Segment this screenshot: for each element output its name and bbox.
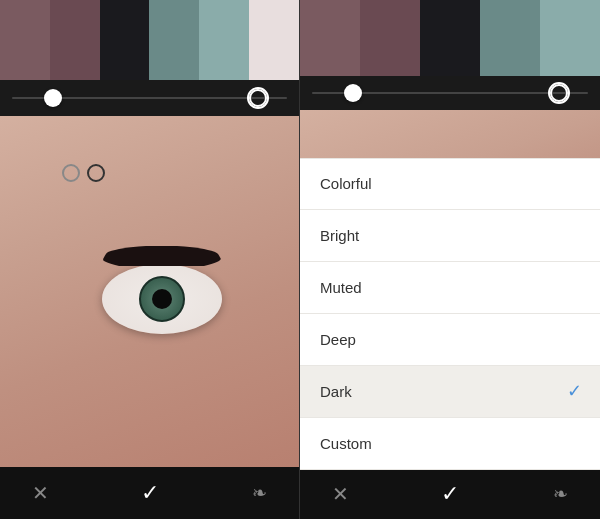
menu-item-dark-label: Dark [320,383,352,400]
check-icon: ✓ [141,480,159,506]
menu-item-custom[interactable]: Custom [300,418,600,470]
left-filter-button[interactable]: ❧ [243,477,275,509]
slider-row[interactable] [0,80,299,116]
menu-item-deep[interactable]: Deep [300,314,600,366]
menu-item-muted-label: Muted [320,279,362,296]
right-bottom-toolbar: ✕ ✓ ❧ [300,470,600,519]
slider-thumb-left[interactable] [44,89,62,107]
slider-thumb-right[interactable] [247,87,269,109]
right-x-icon: ✕ [332,482,349,506]
menu-item-deep-label: Deep [320,331,356,348]
left-swatch-1[interactable] [0,0,50,80]
left-palette-strip [0,0,299,80]
right-slider-thumb-right[interactable] [548,82,570,104]
menu-item-bright-label: Bright [320,227,359,244]
left-bottom-toolbar: ✕ ✓ ❧ [0,467,299,519]
menu-item-colorful-label: Colorful [320,175,372,192]
left-panel: ✕ ✓ ❧ [0,0,300,519]
left-swatch-4[interactable] [149,0,199,80]
color-picker-circle-1[interactable] [62,164,80,182]
eye-drawing [102,264,222,334]
right-slider-track[interactable] [312,92,588,94]
right-swatch-2[interactable] [360,0,420,76]
slider-track[interactable] [12,97,287,99]
left-swatch-6[interactable] [249,0,299,80]
right-filter-button[interactable]: ❧ [544,478,576,510]
menu-item-dark[interactable]: Dark ✓ [300,366,600,418]
right-eye-preview [300,110,600,157]
left-cancel-button[interactable]: ✕ [24,477,56,509]
eye-white [102,264,222,334]
right-swatch-5[interactable] [540,0,600,76]
right-swatch-3[interactable] [420,0,480,76]
right-swatch-4[interactable] [480,0,540,76]
right-flower-icon: ❧ [553,483,568,505]
menu-dropdown-list: Colorful Bright Muted Deep Dark ✓ Custom [300,158,600,470]
right-confirm-button[interactable]: ✓ [434,478,466,510]
right-slider-thumb-left[interactable] [344,84,362,102]
x-icon: ✕ [32,481,49,505]
right-slider-row[interactable] [300,76,600,110]
right-check-icon: ✓ [441,481,459,507]
color-picker-circle-2[interactable] [87,164,105,182]
right-swatch-1[interactable] [300,0,360,76]
menu-item-colorful[interactable]: Colorful [300,158,600,210]
right-panel: Colorful Bright Muted Deep Dark ✓ Custom… [300,0,600,519]
iris [139,276,185,322]
pupil [152,289,172,309]
right-cancel-button[interactable]: ✕ [324,478,356,510]
menu-item-custom-label: Custom [320,435,372,452]
menu-item-muted[interactable]: Muted [300,262,600,314]
flower-icon: ❧ [252,482,267,504]
right-palette-strip [300,0,600,76]
left-confirm-button[interactable]: ✓ [134,477,166,509]
eye-image-area [0,116,299,467]
selected-checkmark: ✓ [567,380,582,402]
menu-item-bright[interactable]: Bright [300,210,600,262]
left-swatch-2[interactable] [50,0,100,80]
left-swatch-5[interactable] [199,0,249,80]
left-swatch-3[interactable] [100,0,150,80]
